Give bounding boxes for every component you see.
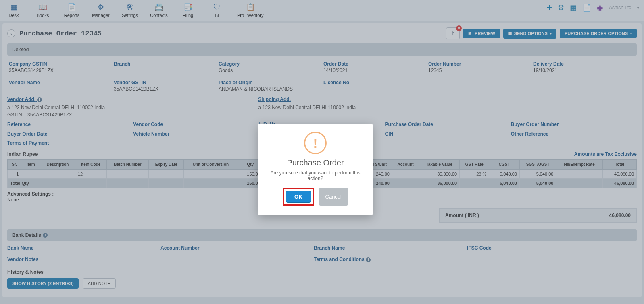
cancel-button[interactable]: Cancel <box>319 188 348 206</box>
modal-message: Are you sure that you want to perform th… <box>265 170 365 181</box>
modal-title: Purchase Order <box>265 158 365 168</box>
confirm-modal: ! Purchase Order Are you sure that you w… <box>258 124 373 215</box>
ok-button[interactable]: OK <box>286 191 311 203</box>
warning-icon: ! <box>304 132 327 154</box>
ok-highlight: OK <box>283 188 314 206</box>
